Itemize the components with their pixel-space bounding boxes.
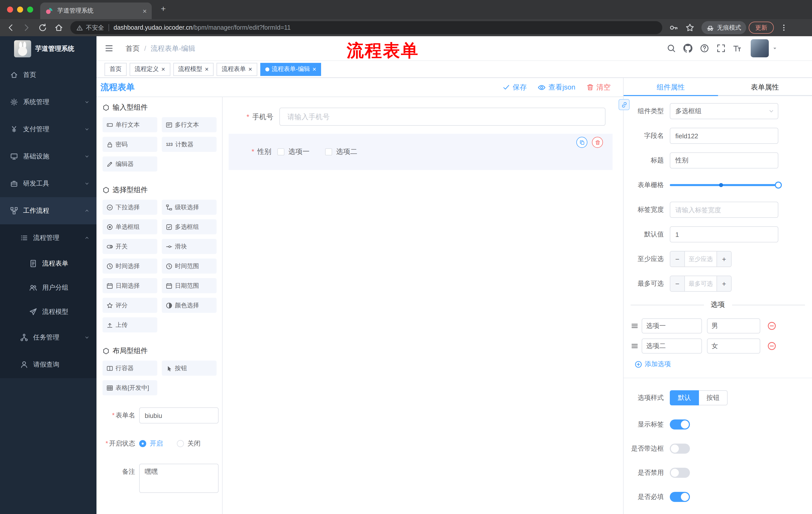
palette-item-editor[interactable]: 编辑器: [103, 156, 157, 171]
gender-option-2[interactable]: 选项二: [325, 147, 357, 156]
chrome-update-button[interactable]: 更新: [749, 22, 774, 34]
window-zoom-button[interactable]: [27, 6, 33, 12]
sidebar-item-system[interactable]: 系统管理: [0, 88, 96, 116]
sidebar-fold-icon[interactable]: [105, 44, 114, 53]
address-bar[interactable]: 不安全 dashboard.yudao.iocoder.cn /bpm/mana…: [70, 21, 662, 34]
palette-item-radio-group[interactable]: 单选框组: [103, 219, 157, 234]
option-label-input[interactable]: [642, 339, 702, 354]
palette-item-time-picker[interactable]: 时间选择: [103, 259, 157, 274]
canvas-field-gender-selected[interactable]: * 性别 选项一 选项二: [229, 134, 612, 170]
forward-icon[interactable]: [22, 23, 31, 32]
clear-button[interactable]: 清空: [586, 83, 610, 92]
required-toggle[interactable]: [670, 492, 690, 502]
close-icon[interactable]: ×: [248, 66, 252, 73]
default-value-input[interactable]: [670, 226, 778, 242]
user-avatar[interactable]: [751, 39, 769, 57]
incognito-badge[interactable]: 无痕模式: [701, 21, 746, 34]
radio-off-label[interactable]: 关闭: [187, 439, 201, 448]
radio-on-label[interactable]: 开启: [150, 439, 163, 448]
field-name-input[interactable]: [670, 128, 778, 144]
palette-item-upload[interactable]: 上传: [103, 317, 157, 332]
view-json-button[interactable]: 查看json: [538, 83, 575, 92]
style-button-button[interactable]: 按钮: [699, 390, 728, 405]
style-default-button[interactable]: 默认: [670, 390, 699, 405]
sidebar-item-workflow[interactable]: 工作流程: [0, 197, 96, 224]
component-type-select[interactable]: 多选框组: [670, 103, 778, 119]
duplicate-component-button[interactable]: [576, 137, 587, 148]
gender-option-1[interactable]: 选项一: [278, 147, 310, 156]
sidebar-item-user-groups[interactable]: 用户分组: [0, 276, 96, 300]
window-close-button[interactable]: [7, 6, 13, 12]
checkbox[interactable]: [278, 148, 284, 155]
checkbox[interactable]: [325, 148, 332, 155]
palette-item-dropdown[interactable]: 下拉选择: [103, 200, 157, 215]
tag-process-form[interactable]: 流程表单 ×: [216, 63, 257, 76]
palette-item-password[interactable]: 密码: [103, 137, 157, 152]
password-key-icon[interactable]: [669, 23, 678, 32]
breadcrumb-home[interactable]: 首页: [126, 44, 140, 53]
window-minimize-button[interactable]: [17, 6, 23, 12]
search-icon[interactable]: [667, 44, 676, 53]
option-value-input[interactable]: [707, 318, 760, 333]
palette-item-checkbox-group[interactable]: 多选框组: [162, 219, 216, 234]
sidebar-item-payment[interactable]: 支付管理: [0, 116, 96, 143]
tag-process-model[interactable]: 流程模型 ×: [173, 63, 213, 76]
sidebar-item-devtools[interactable]: 研发工具: [0, 170, 96, 197]
browser-tab[interactable]: 芋道管理系统 ×: [40, 2, 152, 19]
decrease-button[interactable]: −: [670, 251, 685, 267]
min-select-input[interactable]: [685, 251, 717, 267]
link-anchor-button[interactable]: [618, 99, 630, 110]
tab-form-props[interactable]: 表单属性: [718, 78, 812, 95]
help-icon[interactable]: [700, 44, 709, 53]
palette-item-color-picker[interactable]: 颜色选择: [162, 298, 216, 313]
remark-textarea[interactable]: 嘿嘿: [139, 464, 219, 493]
phone-input[interactable]: [279, 108, 606, 126]
remove-option-icon[interactable]: [767, 321, 776, 330]
palette-item-rating[interactable]: 评分: [103, 298, 157, 313]
radio-on[interactable]: [139, 440, 146, 447]
palette-item-single-line-text[interactable]: 单行文本: [103, 117, 157, 132]
browser-menu-icon[interactable]: [780, 24, 788, 32]
increase-button[interactable]: +: [717, 276, 731, 291]
close-icon[interactable]: ×: [161, 66, 165, 73]
sidebar-item-leave-query[interactable]: 请假查询: [0, 351, 96, 378]
border-toggle[interactable]: [670, 443, 690, 454]
slider-handle[interactable]: [775, 182, 782, 189]
sidebar-item-process-form[interactable]: 流程表单: [0, 251, 96, 276]
decrease-button[interactable]: −: [670, 276, 685, 291]
palette-item-slider[interactable]: 滑块: [162, 239, 216, 254]
tab-close-icon[interactable]: ×: [143, 7, 147, 14]
remove-option-icon[interactable]: [767, 342, 776, 351]
tag-home[interactable]: 首页: [105, 63, 127, 76]
max-select-input[interactable]: [685, 276, 717, 291]
palette-item-table[interactable]: 表格[开发中]: [103, 380, 157, 395]
palette-item-button[interactable]: 按钮: [162, 360, 216, 376]
sidebar-item-process-management[interactable]: 流程管理: [0, 224, 96, 251]
new-tab-button[interactable]: +: [161, 4, 166, 14]
tab-component-props[interactable]: 组件属性: [624, 78, 718, 95]
palette-item-row-container[interactable]: 行容器: [103, 360, 157, 376]
drag-handle-icon[interactable]: [631, 342, 639, 350]
show-label-toggle[interactable]: [670, 420, 690, 430]
palette-item-multi-line-text[interactable]: 多行文本: [162, 117, 216, 132]
back-icon[interactable]: [6, 23, 15, 32]
grid-slider[interactable]: [670, 177, 778, 193]
form-name-input[interactable]: [139, 407, 219, 424]
increase-button[interactable]: +: [717, 251, 731, 267]
tag-process-definition[interactable]: 流程定义 ×: [129, 63, 170, 76]
palette-item-cascader[interactable]: 级联选择: [162, 200, 216, 215]
palette-item-counter[interactable]: 123计数器: [162, 137, 216, 152]
home-icon[interactable]: [54, 23, 63, 32]
drag-handle-icon[interactable]: [631, 322, 639, 330]
sidebar-item-home[interactable]: 首页: [0, 61, 96, 88]
title-input[interactable]: [670, 153, 778, 168]
close-icon[interactable]: ×: [313, 66, 316, 73]
sidebar-item-process-model[interactable]: 流程模型: [0, 300, 96, 324]
sidebar-logo[interactable]: 芋道管理系统: [0, 36, 96, 61]
bookmark-star-icon[interactable]: [685, 23, 694, 32]
delete-component-button[interactable]: [592, 137, 603, 148]
palette-item-switch[interactable]: 开关: [103, 239, 157, 254]
reload-icon[interactable]: [38, 23, 47, 32]
option-label-input[interactable]: [642, 318, 702, 333]
save-button[interactable]: 保存: [503, 83, 527, 92]
